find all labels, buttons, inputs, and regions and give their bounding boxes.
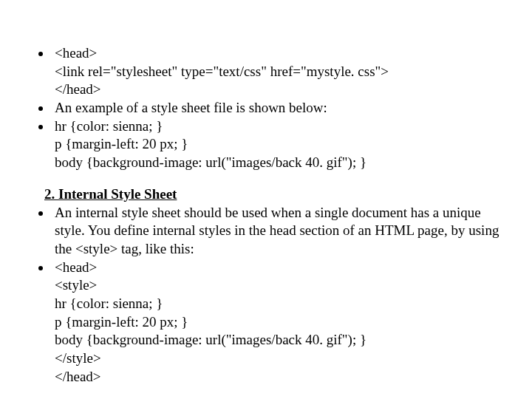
code-line: </head>: [55, 368, 510, 386]
list-item: <head> <link rel="stylesheet" type="text…: [52, 44, 510, 99]
text-line: An example of a style sheet file is show…: [55, 99, 510, 117]
text-line: An internal style sheet should be used w…: [55, 204, 510, 259]
list-item: <head> <style> hr {color: sienna; } p {m…: [52, 259, 510, 386]
code-line: </style>: [55, 349, 510, 368]
bullet-list-2: An internal style sheet should be used w…: [22, 204, 510, 386]
list-item: An example of a style sheet file is show…: [52, 99, 510, 117]
code-line: p {margin-left: 20 px; }: [55, 135, 510, 154]
code-line: body {background-image: url("images/back…: [55, 154, 510, 172]
code-line: </head>: [55, 81, 510, 99]
list-item: hr {color: sienna; } p {margin-left: 20 …: [52, 117, 510, 172]
code-line: p {margin-left: 20 px; }: [55, 313, 510, 332]
page: <head> <link rel="stylesheet" type="text…: [0, 0, 532, 399]
code-line: hr {color: sienna; }: [55, 295, 510, 313]
section-heading: 2. Internal Style Sheet: [44, 185, 510, 204]
code-line: <style>: [55, 276, 510, 295]
code-line: <head>: [55, 44, 510, 63]
code-line: <link rel="stylesheet" type="text/css" h…: [55, 63, 510, 81]
list-item: An internal style sheet should be used w…: [52, 204, 510, 259]
bullet-list-1: <head> <link rel="stylesheet" type="text…: [22, 44, 510, 172]
code-line: <head>: [55, 259, 510, 277]
code-line: body {background-image: url("images/back…: [55, 331, 510, 349]
code-line: hr {color: sienna; }: [55, 117, 510, 136]
